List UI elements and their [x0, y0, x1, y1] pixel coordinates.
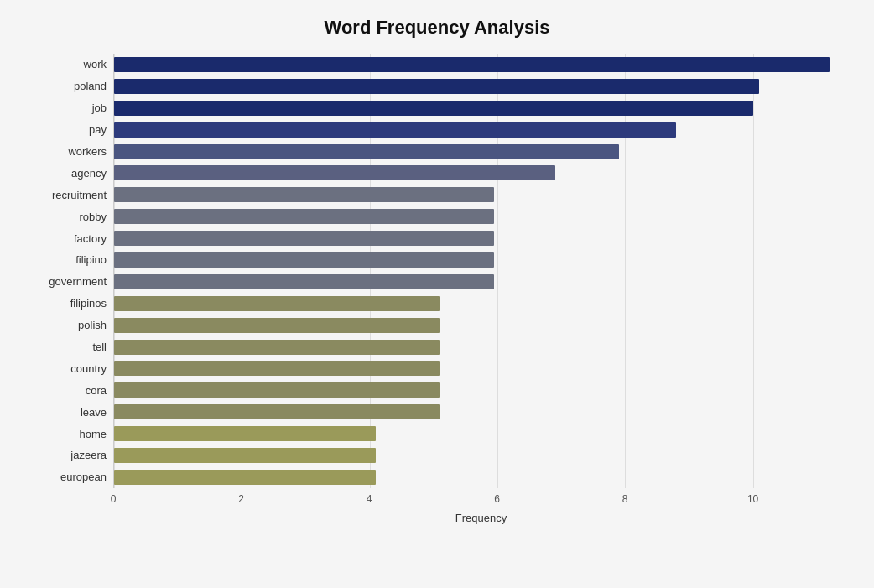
bar-row [114, 251, 849, 269]
y-label: job [25, 102, 113, 113]
bar-row [114, 229, 849, 247]
bar [114, 361, 440, 376]
bar-row [114, 55, 849, 74]
bar [114, 231, 494, 246]
bar-row [114, 99, 849, 117]
x-tick: 4 [367, 493, 372, 505]
bar [114, 187, 494, 202]
bar [114, 426, 376, 441]
bar-row [114, 77, 849, 96]
bar [114, 209, 494, 224]
bar [114, 144, 619, 159]
grid-line [114, 54, 115, 488]
bars-and-grid [113, 54, 849, 488]
bar [114, 404, 440, 419]
bar-row [114, 424, 849, 443]
bar [114, 79, 759, 94]
bar [114, 470, 376, 485]
bar-row [114, 316, 849, 335]
bar [114, 318, 440, 333]
y-label: european [25, 471, 113, 482]
bar-row [114, 185, 849, 204]
y-label: polish [25, 320, 113, 330]
bar [114, 101, 753, 116]
y-label: factory [25, 233, 113, 244]
chart-title: Word Frequency Analysis [25, 17, 849, 39]
bar [114, 448, 376, 463]
y-label: cora [25, 385, 113, 396]
y-label: leave [25, 407, 113, 418]
bar [114, 252, 494, 268]
chart-container: Word Frequency Analysis workpolandjobpay… [0, 0, 874, 588]
bar [114, 165, 555, 180]
y-label: filipino [25, 254, 113, 265]
y-label: pay [25, 124, 113, 135]
y-label: tell [25, 341, 113, 352]
x-axis: 0246810 [113, 488, 849, 510]
bars-section: workpolandjobpayworkersagencyrecruitment… [25, 54, 849, 488]
y-label: jazeera [25, 450, 113, 461]
bar-row [114, 207, 849, 226]
bar-row [114, 403, 849, 421]
bar-row [114, 381, 849, 399]
y-label: country [25, 363, 113, 374]
bar [114, 296, 440, 311]
bar [114, 340, 440, 355]
bar-row [114, 121, 849, 139]
bar-row [114, 143, 849, 161]
y-label: home [25, 429, 113, 440]
y-label: agency [25, 168, 113, 179]
x-tick: 0 [111, 493, 117, 505]
grid-line [242, 54, 242, 488]
grid-lines [114, 54, 849, 488]
bar-row [114, 273, 849, 291]
x-axis-title: Frequency [113, 512, 849, 524]
grid-line [497, 54, 498, 488]
y-label: government [25, 276, 113, 287]
bar-row [114, 164, 849, 182]
grid-line [370, 54, 371, 488]
x-tick: 2 [238, 493, 244, 505]
bar-row [114, 468, 849, 487]
bar-row [114, 446, 849, 465]
x-tick: 8 [622, 493, 628, 505]
grid-line [625, 54, 626, 488]
bar [114, 382, 440, 398]
bar-row [114, 294, 849, 313]
bar [114, 122, 676, 138]
x-axis-labels: 0246810 [113, 493, 849, 510]
bar [114, 274, 494, 289]
y-label: robby [25, 211, 113, 222]
y-label: filipinos [25, 298, 113, 309]
y-label: recruitment [25, 190, 113, 200]
chart-area: workpolandjobpayworkersagencyrecruitment… [25, 54, 849, 524]
bar-row [114, 338, 849, 356]
y-label: workers [25, 146, 113, 157]
x-tick: 10 [747, 493, 758, 505]
bar [114, 57, 830, 72]
y-label: work [25, 59, 113, 70]
y-labels: workpolandjobpayworkersagencyrecruitment… [25, 54, 113, 488]
bar-row [114, 359, 849, 377]
grid-line [753, 54, 754, 488]
x-tick: 6 [494, 493, 500, 505]
y-label: poland [25, 81, 113, 91]
